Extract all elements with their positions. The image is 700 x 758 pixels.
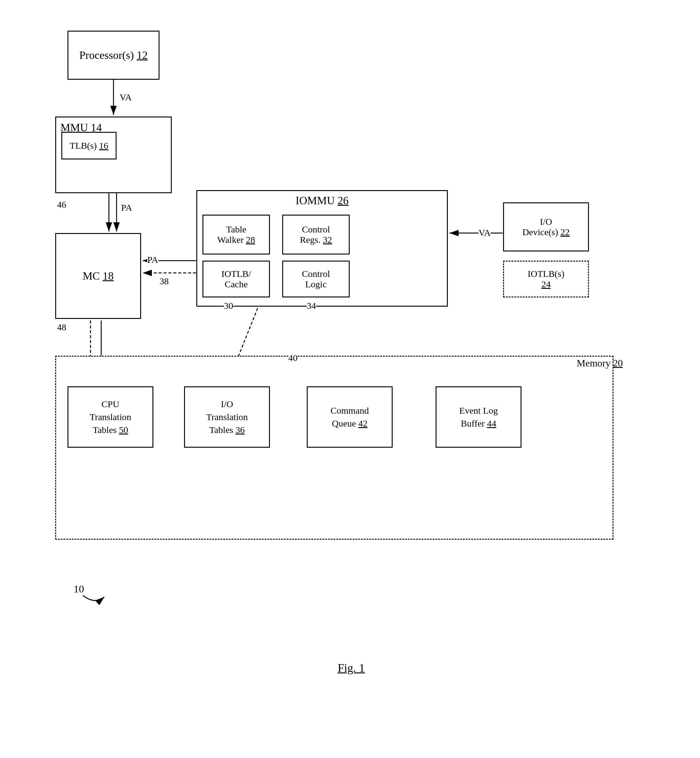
tlb-box: TLB(s) 16 bbox=[61, 132, 117, 159]
io-tt-label: I/O Translation Tables 36 bbox=[206, 398, 248, 436]
ctrl-regs-box: Control Regs. 32 bbox=[282, 215, 350, 254]
iommu-label: IOMMU 26 bbox=[295, 194, 348, 207]
io-translation-tables-box: I/O Translation Tables 36 bbox=[184, 386, 270, 448]
command-queue-box: Command Queue 42 bbox=[307, 386, 393, 448]
ref-38-label: 38 bbox=[159, 276, 169, 286]
fig-label: Fig. 1 bbox=[338, 661, 365, 674]
io-device-box: I/O Device(s) 22 bbox=[503, 203, 589, 251]
iotlb-cache-box: IOTLB/ Cache bbox=[202, 260, 270, 298]
memory-label: Memory 20 bbox=[577, 357, 623, 369]
figure-caption: Fig. 1 bbox=[338, 661, 365, 675]
ctrl-logic-box: Control Logic bbox=[282, 260, 350, 298]
iotlbs-label: IOTLB(s) 24 bbox=[528, 268, 564, 290]
ref-40-label: 40 bbox=[288, 352, 298, 363]
table-walker-box: Table Walker 28 bbox=[202, 215, 270, 254]
io-device-label: I/O Device(s) 22 bbox=[522, 217, 570, 237]
cpu-translation-tables-box: CPU Translation Tables 50 bbox=[67, 386, 153, 448]
processor-label: Processor(s) 12 bbox=[80, 49, 148, 62]
event-log-buffer-box: Event Log Buffer 44 bbox=[436, 386, 522, 448]
table-walker-label: Table Walker 28 bbox=[217, 224, 255, 245]
iotlb-cache-label: IOTLB/ Cache bbox=[222, 268, 251, 290]
ref-48-label: 48 bbox=[57, 322, 66, 332]
va-label-2: VA bbox=[478, 228, 491, 238]
iotlbs-box: IOTLB(s) 24 bbox=[503, 260, 589, 298]
mc-label: MC 18 bbox=[83, 270, 114, 282]
event-log-label: Event Log Buffer 44 bbox=[459, 404, 498, 430]
pa-label-1: PA bbox=[121, 203, 132, 213]
mc-box: MC 18 bbox=[55, 233, 141, 319]
va-label-1: VA bbox=[120, 92, 131, 102]
ref-30-label: 30 bbox=[224, 301, 233, 311]
processor-box: Processor(s) 12 bbox=[67, 31, 159, 80]
cpu-tt-label: CPU Translation Tables 50 bbox=[89, 398, 131, 436]
cmd-queue-label: Command Queue 42 bbox=[331, 404, 369, 430]
memory-box bbox=[55, 356, 614, 540]
svg-text:10: 10 bbox=[73, 583, 84, 594]
system-ref-label: 10 bbox=[73, 580, 111, 607]
ctrl-logic-label: Control Logic bbox=[302, 268, 330, 290]
ctrl-regs-label: Control Regs. 32 bbox=[300, 224, 332, 245]
processor-ref: 12 bbox=[136, 49, 148, 61]
ref-34-label: 34 bbox=[307, 301, 316, 311]
tlb-label: TLB(s) 16 bbox=[70, 140, 108, 151]
pa-label-2: PA bbox=[147, 254, 158, 265]
ref-46-label: 46 bbox=[57, 199, 66, 210]
